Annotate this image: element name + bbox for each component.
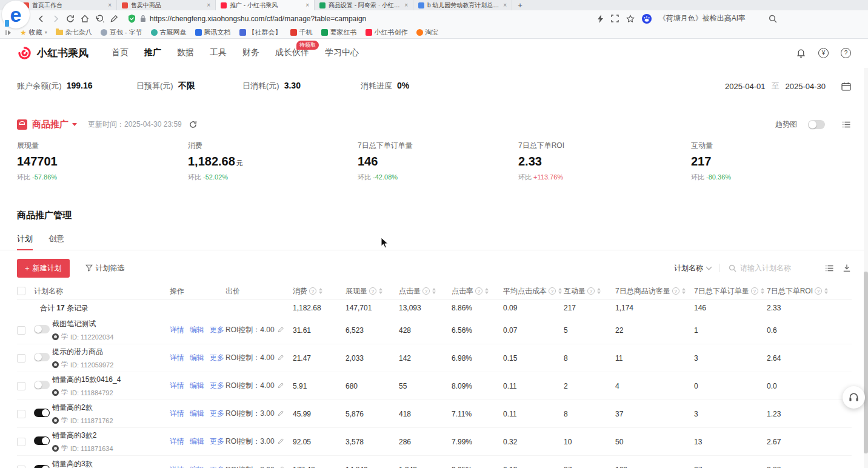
info-icon[interactable]: ? bbox=[587, 287, 595, 295]
bookmark-item[interactable]: 要家红书 bbox=[321, 28, 357, 37]
plan-search[interactable] bbox=[729, 264, 807, 272]
tab-close-icon[interactable]: × bbox=[207, 2, 210, 8]
edit-url-icon[interactable] bbox=[108, 13, 120, 25]
plan-search-input[interactable] bbox=[740, 264, 807, 272]
tab-计划[interactable]: 计划 bbox=[17, 233, 33, 250]
nav-item-成长伙伴[interactable]: 成长伙伴待领取 bbox=[275, 47, 309, 58]
action-link-编辑[interactable]: 编辑 bbox=[190, 465, 204, 468]
action-link-详情[interactable]: 详情 bbox=[170, 409, 184, 419]
sort-icon[interactable] bbox=[682, 288, 686, 294]
tab-close-icon[interactable]: × bbox=[305, 2, 309, 8]
collapse-bookmarks-icon[interactable] bbox=[5, 30, 12, 36]
sort-icon[interactable] bbox=[597, 288, 601, 294]
row-checkbox[interactable] bbox=[17, 410, 25, 418]
history-icon[interactable] bbox=[93, 13, 105, 25]
row-checkbox[interactable] bbox=[17, 382, 25, 390]
sort-icon[interactable] bbox=[761, 288, 764, 294]
download-icon[interactable] bbox=[843, 264, 851, 272]
action-link-编辑[interactable]: 编辑 bbox=[190, 381, 204, 391]
promo-title[interactable]: 商品推广 bbox=[32, 119, 68, 130]
search-icon[interactable] bbox=[769, 15, 777, 23]
browser-tab[interactable]: b 幼儿园劳动教育计划总结方案× bbox=[413, 0, 512, 10]
info-icon[interactable]: ? bbox=[549, 287, 556, 295]
edit-bid-pencil-icon[interactable] bbox=[278, 438, 284, 446]
nav-item-首页[interactable]: 首页 bbox=[112, 47, 129, 58]
tab-close-icon[interactable]: × bbox=[404, 2, 408, 8]
name-filter-select[interactable]: 计划名称 bbox=[674, 263, 711, 273]
browser-tab[interactable]: 商品设置 - 阿奇索 · 小红书自动× bbox=[315, 0, 413, 10]
currency-icon[interactable]: ¥ bbox=[818, 48, 829, 58]
column-header[interactable]: 平均点击成本? bbox=[503, 286, 564, 296]
row-status-toggle[interactable] bbox=[34, 353, 50, 361]
column-header[interactable]: 互动量? bbox=[564, 286, 615, 296]
nav-item-工具[interactable]: 工具 bbox=[210, 47, 227, 58]
browser-tab[interactable]: 推广 - 小红书乘风× bbox=[216, 0, 315, 10]
action-link-更多[interactable]: 更多 bbox=[210, 436, 224, 447]
row-status-toggle[interactable] bbox=[34, 325, 50, 333]
sort-icon[interactable] bbox=[824, 288, 828, 294]
campaign-name[interactable]: 销量高的15款0416_4 bbox=[52, 375, 170, 385]
chevron-down-icon[interactable] bbox=[72, 123, 77, 126]
info-icon[interactable]: ? bbox=[309, 287, 316, 295]
campaign-name[interactable]: 销量高的2款 bbox=[52, 403, 170, 413]
column-header[interactable]: 展现量? bbox=[346, 286, 399, 296]
column-header[interactable]: 7日总下单订单量? bbox=[694, 286, 767, 296]
bookmark-favorites[interactable]: ★ 收藏 ▾ bbox=[20, 28, 47, 37]
bookmark-item[interactable]: 【社群会】 bbox=[239, 28, 282, 37]
row-checkbox[interactable] bbox=[17, 466, 25, 468]
row-checkbox[interactable] bbox=[17, 438, 25, 446]
scan-icon[interactable] bbox=[611, 15, 619, 22]
bookmark-item[interactable]: 千机 bbox=[290, 28, 313, 37]
metric-settings-icon[interactable] bbox=[842, 121, 851, 129]
column-header[interactable]: 点击率? bbox=[452, 286, 503, 296]
date-end[interactable]: 2025-04-30 bbox=[786, 82, 826, 91]
info-icon[interactable]: ? bbox=[672, 287, 679, 295]
column-settings-icon[interactable] bbox=[825, 264, 834, 272]
column-header[interactable]: 点击量? bbox=[399, 286, 452, 296]
row-checkbox[interactable] bbox=[17, 354, 25, 363]
campaign-name[interactable]: 销量高的3款2 bbox=[52, 430, 170, 441]
info-icon[interactable]: ? bbox=[422, 287, 430, 295]
campaign-name[interactable]: 截图笔记测试 bbox=[52, 319, 170, 329]
info-icon[interactable]: ? bbox=[815, 287, 822, 295]
page-scrollbar-thumb[interactable] bbox=[864, 272, 868, 453]
date-range-picker[interactable]: 2025-04-01 至 2025-04-30 bbox=[725, 81, 851, 92]
action-link-详情[interactable]: 详情 bbox=[170, 353, 184, 363]
nav-item-财务[interactable]: 财务 bbox=[242, 47, 259, 58]
action-link-编辑[interactable]: 编辑 bbox=[190, 436, 204, 447]
browser-tab[interactable]: 首页工作台× bbox=[18, 0, 117, 10]
brand[interactable]: 小红书乘风 bbox=[17, 45, 88, 61]
info-icon[interactable]: ? bbox=[369, 287, 376, 295]
action-link-更多[interactable]: 更多 bbox=[210, 409, 224, 419]
sort-icon[interactable] bbox=[379, 288, 382, 294]
nav-item-数据[interactable]: 数据 bbox=[177, 47, 194, 58]
action-link-详情[interactable]: 详情 bbox=[170, 436, 184, 447]
edit-bid-pencil-icon[interactable] bbox=[278, 466, 284, 468]
help-icon[interactable]: ? bbox=[841, 48, 851, 58]
action-link-详情[interactable]: 详情 bbox=[170, 465, 184, 468]
new-tab-button[interactable]: + bbox=[512, 0, 528, 10]
select-all-checkbox[interactable] bbox=[17, 287, 25, 295]
row-status-toggle[interactable] bbox=[34, 436, 50, 445]
row-status-toggle[interactable] bbox=[34, 409, 50, 417]
campaign-name[interactable]: 提示的潜力商品 bbox=[52, 347, 170, 357]
favorite-star-icon[interactable] bbox=[626, 15, 635, 23]
sort-icon[interactable] bbox=[432, 288, 436, 294]
hot-search-text[interactable]: 《荷塘月色》被检出高AI率 bbox=[659, 13, 746, 24]
notification-bell-icon[interactable] bbox=[796, 48, 806, 58]
tab-close-icon[interactable]: × bbox=[108, 2, 112, 8]
refresh-data-icon[interactable] bbox=[189, 121, 197, 129]
bookmark-item[interactable]: 腾讯文档 bbox=[195, 28, 231, 37]
sort-icon[interactable] bbox=[558, 288, 562, 294]
column-header[interactable]: 7日总商品访客量? bbox=[615, 286, 694, 296]
date-start[interactable]: 2025-04-01 bbox=[725, 82, 766, 91]
tab-创意[interactable]: 创意 bbox=[48, 233, 64, 250]
baidu-icon[interactable] bbox=[642, 14, 652, 24]
bookmark-item[interactable]: 小红书创作 bbox=[366, 28, 408, 37]
bookmark-item[interactable]: 淘宝 bbox=[416, 28, 439, 37]
new-plan-button[interactable]: + 新建计划 bbox=[17, 259, 70, 278]
bookmark-item[interactable]: 杂七杂八 bbox=[56, 28, 92, 37]
tab-close-icon[interactable]: × bbox=[503, 2, 507, 8]
plan-filter-button[interactable]: 计划筛选 bbox=[85, 263, 125, 273]
action-link-编辑[interactable]: 编辑 bbox=[190, 325, 204, 335]
